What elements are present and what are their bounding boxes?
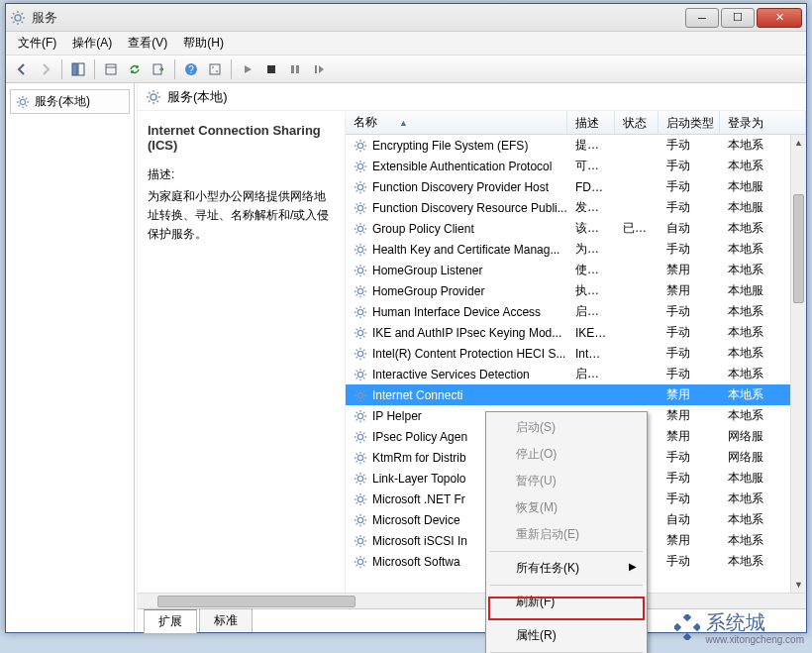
- cm-properties[interactable]: 属性(R): [488, 622, 645, 649]
- horizontal-scrollbar[interactable]: [138, 593, 806, 608]
- start-service-button[interactable]: [237, 58, 258, 80]
- vertical-scrollbar[interactable]: ▲ ▼: [790, 135, 806, 593]
- service-row[interactable]: Intel(R) Content Protection HECI S...Int…: [346, 343, 806, 364]
- gear-icon: [146, 89, 161, 105]
- column-name[interactable]: 名称▲: [346, 111, 567, 134]
- service-row[interactable]: HomeGroup Provider执行...禁用本地服: [346, 280, 806, 301]
- service-row[interactable]: Extensible Authentication Protocol可扩...手…: [346, 156, 806, 176]
- svg-point-0: [15, 15, 21, 21]
- cell-start: 手动: [659, 241, 720, 258]
- cell-start: 禁用: [659, 407, 720, 424]
- maximize-button[interactable]: ☐: [721, 8, 755, 28]
- refresh-button[interactable]: [124, 58, 146, 80]
- nav-forward-button[interactable]: [35, 58, 56, 80]
- submenu-arrow-icon: ▶: [629, 561, 637, 572]
- pane-header: 服务(本地): [138, 83, 806, 111]
- svg-point-22: [357, 247, 362, 252]
- svg-point-29: [357, 392, 362, 397]
- cm-all-tasks[interactable]: 所有任务(K)▶: [488, 555, 645, 582]
- menu-action[interactable]: 操作(A): [64, 33, 120, 54]
- svg-rect-12: [291, 65, 294, 73]
- cm-separator: [490, 551, 643, 552]
- minimize-button[interactable]: ─: [685, 8, 719, 28]
- menu-file[interactable]: 文件(F): [10, 33, 64, 54]
- cell-desc: 启用...: [567, 366, 615, 382]
- nav-back-button[interactable]: [11, 58, 33, 80]
- svg-point-34: [357, 496, 362, 501]
- service-row[interactable]: Function Discovery Resource Publi...发布..…: [346, 197, 806, 218]
- context-menu: 启动(S) 停止(O) 暂停(U) 恢复(M) 重新启动(E) 所有任务(K)▶…: [485, 411, 648, 653]
- list-header: 名称▲ 描述 状态 启动类型 登录为: [346, 111, 806, 135]
- menu-help[interactable]: 帮助(H): [175, 33, 232, 54]
- cm-pause: 暂停(U): [488, 468, 645, 494]
- column-desc[interactable]: 描述: [567, 111, 615, 134]
- description-text: 为家庭和小型办公网络提供网络地址转换、寻址、名称解析和/或入侵保护服务。: [148, 187, 335, 245]
- service-row[interactable]: Function Discovery Provider HostFDP...手动…: [346, 176, 806, 197]
- description-label: 描述:: [148, 166, 335, 183]
- stop-service-button[interactable]: [260, 58, 282, 80]
- cell-desc: 发布...: [567, 199, 615, 216]
- gear-icon: [354, 430, 367, 444]
- pause-service-button[interactable]: [284, 58, 306, 80]
- svg-rect-38: [682, 614, 690, 621]
- pane-header-label: 服务(本地): [167, 88, 228, 106]
- cell-start: 自动: [659, 511, 720, 528]
- service-row[interactable]: IKE and AuthIP IPsec Keying Mod...IKEE..…: [346, 322, 806, 343]
- gear-icon: [354, 160, 367, 173]
- cell-start: 禁用: [659, 262, 720, 278]
- svg-point-24: [357, 288, 362, 293]
- window-title: 服务: [32, 9, 683, 27]
- cm-refresh[interactable]: 刷新(F): [488, 589, 645, 615]
- service-row[interactable]: Interactive Services Detection启用...手动本地系: [346, 364, 806, 384]
- scroll-up-icon[interactable]: ▲: [791, 135, 806, 151]
- cm-start: 启动(S): [488, 414, 645, 441]
- cm-resume: 恢复(M): [488, 494, 645, 521]
- show-hide-tree-button[interactable]: [67, 58, 89, 80]
- cell-start: 禁用: [659, 386, 720, 403]
- column-state[interactable]: 状态: [615, 111, 659, 134]
- cell-name: Group Policy Client: [346, 222, 567, 236]
- service-row[interactable]: Group Policy Client该服...已启动自动本地系: [346, 218, 806, 239]
- toolbar: ?: [6, 55, 806, 83]
- scroll-down-icon[interactable]: ▼: [791, 577, 806, 593]
- svg-point-20: [357, 205, 362, 210]
- service-row[interactable]: Internet Connecti禁用本地系: [346, 384, 806, 405]
- close-button[interactable]: ✕: [757, 8, 802, 28]
- options-button[interactable]: [204, 58, 226, 80]
- selected-service-title: Internet Connection Sharing (ICS): [148, 123, 335, 153]
- cell-name: Function Discovery Resource Publi...: [346, 201, 567, 215]
- cell-desc: Intel...: [567, 347, 615, 361]
- menu-view[interactable]: 查看(V): [120, 33, 175, 54]
- service-row[interactable]: Health Key and Certificate Manag...为网...…: [346, 239, 806, 260]
- column-start[interactable]: 启动类型: [659, 111, 720, 134]
- gear-icon: [354, 264, 367, 277]
- cell-start: 手动: [659, 137, 720, 154]
- tab-standard[interactable]: 标准: [199, 608, 253, 632]
- cell-start: 禁用: [659, 428, 720, 445]
- tree-root-item[interactable]: 服务(本地): [10, 89, 130, 114]
- service-row[interactable]: HomeGroup Listener使本...禁用本地系: [346, 260, 806, 280]
- cell-start: 手动: [659, 158, 720, 174]
- titlebar[interactable]: 服务 ─ ☐ ✕: [6, 4, 806, 32]
- gear-icon: [354, 492, 367, 506]
- hscroll-thumb[interactable]: [157, 596, 355, 607]
- help-button[interactable]: ?: [180, 58, 202, 80]
- gear-icon: [354, 388, 367, 402]
- toolbar-separator: [94, 59, 95, 79]
- cell-start: 手动: [659, 345, 720, 362]
- cell-name: Health Key and Certificate Manag...: [346, 243, 567, 257]
- scroll-thumb[interactable]: [793, 194, 804, 303]
- gear-icon: [16, 95, 30, 109]
- export-button[interactable]: [148, 58, 169, 80]
- tab-extended[interactable]: 扩展: [144, 609, 197, 633]
- gear-icon: [354, 326, 367, 340]
- cell-name: IKE and AuthIP IPsec Keying Mod...: [346, 326, 567, 340]
- service-row[interactable]: Human Interface Device Access启用...手动本地系: [346, 301, 806, 322]
- restart-service-button[interactable]: [308, 58, 330, 80]
- gear-icon: [354, 472, 367, 486]
- properties-button[interactable]: [100, 58, 122, 80]
- cell-desc: IKEE...: [567, 326, 615, 340]
- column-logon[interactable]: 登录为: [720, 111, 806, 134]
- svg-rect-41: [682, 633, 690, 640]
- service-row[interactable]: Encrypting File System (EFS)提供...手动本地系: [346, 135, 806, 156]
